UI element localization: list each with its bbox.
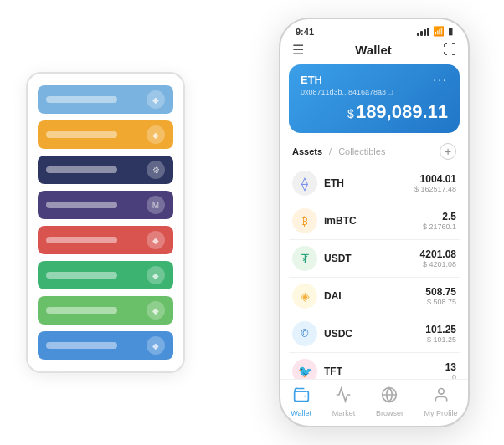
bottom-nav-icon-wallet [293,386,310,407]
card-item[interactable]: ⚙ [38,156,173,184]
assets-header: Assets / Collectibles + [280,140,468,165]
card-item[interactable]: ◆ [38,85,173,114]
asset-amount-primary: 1004.01 [414,173,456,185]
card-item-text [46,202,117,208]
asset-item[interactable]: 🐦TFT130 [289,353,460,379]
assets-tab-collectibles[interactable]: Collectibles [338,146,385,156]
card-item-icon: ◆ [147,266,165,284]
asset-amount-primary: 2.5 [423,211,456,222]
scan-icon[interactable]: ⛶ [443,43,456,58]
signal-icon [417,28,429,36]
assets-tab-slash: / [329,146,332,156]
card-stack: ◆◆⚙M◆◆◆◆ [26,72,185,373]
card-item-text [46,272,117,279]
bottom-nav-label-browser: Browser [376,409,404,417]
asset-amount-secondary: $ 101.25 [425,335,456,344]
asset-name: USDT [324,253,420,264]
card-item-icon: ◆ [147,336,165,355]
card-item-text [46,131,117,138]
bottom-nav-item-market[interactable]: Market [332,386,356,417]
bottom-nav-icon-market [335,386,352,407]
card-item-icon: M [147,196,165,214]
asset-amount-primary: 13 [445,361,456,373]
asset-item[interactable]: ©USDC101.25$ 101.25 [289,315,460,353]
status-bar: 9:41 📶 ▮ [280,19,468,40]
time: 9:41 [296,27,314,37]
top-nav: ☰ Wallet ⛶ [280,40,468,64]
card-item[interactable]: ◆ [38,296,173,325]
asset-amounts: 130 [445,361,456,379]
asset-amount-secondary: 0 [445,373,456,379]
eth-card-symbol: ETH [301,74,322,86]
bottom-nav-item-wallet[interactable]: Wallet [291,386,311,417]
card-item[interactable]: ◆ [38,226,173,254]
card-item-text [46,96,117,103]
asset-name: ETH [324,177,414,189]
assets-add-button[interactable]: + [440,143,456,160]
card-item[interactable]: M [38,191,173,219]
card-item-icon: ◆ [147,231,165,249]
eth-card-balance: $189,089.11 [301,101,448,123]
card-item-icon: ◆ [147,301,165,320]
menu-icon[interactable]: ☰ [292,42,304,58]
bottom-nav-label-wallet: Wallet [291,409,311,417]
svg-point-1 [304,396,306,397]
eth-card-address: 0x08711d3b...8416a78a3 □ [301,88,448,96]
asset-amounts: 508.75$ 508.75 [425,286,456,306]
nav-title: Wallet [355,43,392,57]
asset-amount-secondary: $ 21760.1 [423,222,456,231]
svg-point-4 [438,389,444,395]
bottom-nav-icon-browser [381,386,398,407]
svg-rect-0 [294,391,308,402]
asset-item[interactable]: ₮USDT4201.08$ 4201.08 [289,240,460,278]
asset-amount-primary: 101.25 [425,324,456,335]
asset-amount-secondary: $ 4201.08 [420,260,456,269]
card-item-icon: ◆ [147,90,165,109]
asset-item[interactable]: ⟠ETH1004.01$ 162517.48 [289,165,460,202]
card-item[interactable]: ◆ [38,120,173,149]
asset-icon: ⟠ [292,171,317,196]
card-item[interactable]: ◆ [38,331,173,360]
asset-amounts: 101.25$ 101.25 [425,324,456,344]
assets-tab-active[interactable]: Assets [292,146,322,156]
asset-icon: ₿ [292,208,317,233]
asset-icon: ₮ [292,246,317,271]
card-item[interactable]: ◆ [38,261,173,289]
card-item-icon: ⚙ [147,161,165,179]
bottom-nav-label-my-profile: My Profile [424,409,458,417]
card-item-icon: ◆ [147,125,165,144]
bottom-nav-item-browser[interactable]: Browser [376,386,404,417]
asset-amounts: 4201.08$ 4201.08 [420,248,456,269]
asset-name: TFT [324,366,445,377]
card-item-text [46,342,117,349]
asset-item[interactable]: ₿imBTC2.5$ 21760.1 [289,202,460,240]
bottom-nav: WalletMarketBrowserMy Profile [280,379,468,426]
asset-name: USDC [324,328,425,340]
card-item-text [46,307,117,314]
status-icons: 📶 ▮ [417,26,453,37]
asset-icon: ◈ [292,284,317,309]
card-item-text [46,166,117,173]
asset-icon: © [292,321,317,346]
eth-card-dots[interactable]: ··· [433,73,448,86]
asset-amount-secondary: $ 508.75 [425,298,456,306]
asset-name: imBTC [324,215,423,227]
eth-card: ETH ··· 0x08711d3b...8416a78a3 □ $189,08… [289,64,460,133]
phone: 9:41 📶 ▮ ☰ Wallet ⛶ ETH ··· 0x08711d3b..… [279,18,470,427]
asset-name: DAI [324,290,425,302]
asset-icon: 🐦 [292,359,317,379]
asset-amounts: 1004.01$ 162517.48 [414,173,456,193]
card-item-text [46,237,117,243]
bottom-nav-icon-my-profile [433,386,450,407]
assets-tabs: Assets / Collectibles [292,146,385,156]
bottom-nav-item-my-profile[interactable]: My Profile [424,386,458,417]
asset-amount-primary: 4201.08 [420,248,456,260]
asset-item[interactable]: ◈DAI508.75$ 508.75 [289,278,460,315]
battery-icon: ▮ [448,26,453,37]
asset-amount-secondary: $ 162517.48 [414,185,456,193]
bottom-nav-label-market: Market [332,409,356,417]
asset-list: ⟠ETH1004.01$ 162517.48₿imBTC2.5$ 21760.1… [280,165,468,379]
wifi-icon: 📶 [433,26,445,37]
scene: ◆◆⚙M◆◆◆◆ 9:41 📶 ▮ ☰ Wallet ⛶ ETH ··· [9,9,495,436]
asset-amount-primary: 508.75 [425,286,456,298]
